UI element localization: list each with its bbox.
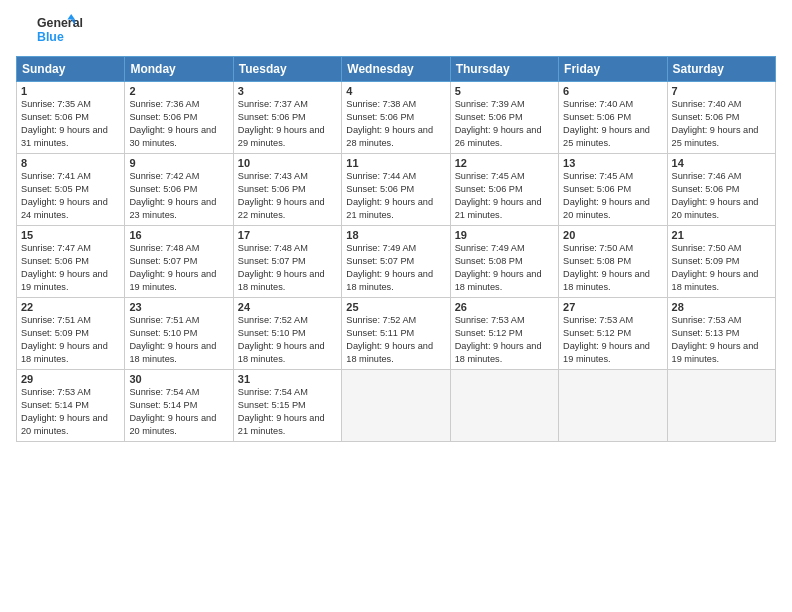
day-number: 2	[129, 85, 228, 97]
svg-text:Blue: Blue	[37, 30, 64, 44]
calendar-cell: 30 Sunrise: 7:54 AMSunset: 5:14 PMDaylig…	[125, 370, 233, 442]
day-number: 14	[672, 157, 771, 169]
day-info: Sunrise: 7:43 AMSunset: 5:06 PMDaylight:…	[238, 170, 337, 222]
day-info: Sunrise: 7:53 AMSunset: 5:14 PMDaylight:…	[21, 386, 120, 438]
day-info: Sunrise: 7:53 AMSunset: 5:12 PMDaylight:…	[455, 314, 554, 366]
day-number: 6	[563, 85, 662, 97]
day-number: 13	[563, 157, 662, 169]
day-header-sunday: Sunday	[17, 57, 125, 82]
calendar-cell: 24 Sunrise: 7:52 AMSunset: 5:10 PMDaylig…	[233, 298, 341, 370]
calendar-cell: 21 Sunrise: 7:50 AMSunset: 5:09 PMDaylig…	[667, 226, 775, 298]
calendar-cell: 20 Sunrise: 7:50 AMSunset: 5:08 PMDaylig…	[559, 226, 667, 298]
day-number: 20	[563, 229, 662, 241]
day-info: Sunrise: 7:49 AMSunset: 5:07 PMDaylight:…	[346, 242, 445, 294]
calendar-cell	[450, 370, 558, 442]
day-number: 21	[672, 229, 771, 241]
day-info: Sunrise: 7:53 AMSunset: 5:13 PMDaylight:…	[672, 314, 771, 366]
day-number: 12	[455, 157, 554, 169]
calendar-cell: 4 Sunrise: 7:38 AMSunset: 5:06 PMDayligh…	[342, 82, 450, 154]
logo-icon: General Blue	[16, 12, 96, 50]
calendar-cell: 13 Sunrise: 7:45 AMSunset: 5:06 PMDaylig…	[559, 154, 667, 226]
day-info: Sunrise: 7:35 AMSunset: 5:06 PMDaylight:…	[21, 98, 120, 150]
day-number: 16	[129, 229, 228, 241]
calendar-cell: 16 Sunrise: 7:48 AMSunset: 5:07 PMDaylig…	[125, 226, 233, 298]
day-number: 28	[672, 301, 771, 313]
day-info: Sunrise: 7:46 AMSunset: 5:06 PMDaylight:…	[672, 170, 771, 222]
day-header-wednesday: Wednesday	[342, 57, 450, 82]
calendar-cell: 12 Sunrise: 7:45 AMSunset: 5:06 PMDaylig…	[450, 154, 558, 226]
day-info: Sunrise: 7:36 AMSunset: 5:06 PMDaylight:…	[129, 98, 228, 150]
calendar-cell: 6 Sunrise: 7:40 AMSunset: 5:06 PMDayligh…	[559, 82, 667, 154]
calendar-cell: 18 Sunrise: 7:49 AMSunset: 5:07 PMDaylig…	[342, 226, 450, 298]
calendar-cell: 2 Sunrise: 7:36 AMSunset: 5:06 PMDayligh…	[125, 82, 233, 154]
calendar-week: 29 Sunrise: 7:53 AMSunset: 5:14 PMDaylig…	[17, 370, 776, 442]
day-header-saturday: Saturday	[667, 57, 775, 82]
day-number: 3	[238, 85, 337, 97]
calendar-cell: 31 Sunrise: 7:54 AMSunset: 5:15 PMDaylig…	[233, 370, 341, 442]
calendar-cell: 11 Sunrise: 7:44 AMSunset: 5:06 PMDaylig…	[342, 154, 450, 226]
day-info: Sunrise: 7:40 AMSunset: 5:06 PMDaylight:…	[563, 98, 662, 150]
day-number: 27	[563, 301, 662, 313]
calendar-week: 22 Sunrise: 7:51 AMSunset: 5:09 PMDaylig…	[17, 298, 776, 370]
day-info: Sunrise: 7:51 AMSunset: 5:09 PMDaylight:…	[21, 314, 120, 366]
day-header-tuesday: Tuesday	[233, 57, 341, 82]
calendar-container: General Blue SundayMondayTuesdayWednesda…	[0, 0, 792, 612]
svg-text:General: General	[37, 16, 83, 30]
day-info: Sunrise: 7:37 AMSunset: 5:06 PMDaylight:…	[238, 98, 337, 150]
day-number: 23	[129, 301, 228, 313]
calendar-cell	[559, 370, 667, 442]
calendar-cell: 29 Sunrise: 7:53 AMSunset: 5:14 PMDaylig…	[17, 370, 125, 442]
day-header-thursday: Thursday	[450, 57, 558, 82]
calendar-cell: 14 Sunrise: 7:46 AMSunset: 5:06 PMDaylig…	[667, 154, 775, 226]
calendar-cell: 15 Sunrise: 7:47 AMSunset: 5:06 PMDaylig…	[17, 226, 125, 298]
calendar-cell: 3 Sunrise: 7:37 AMSunset: 5:06 PMDayligh…	[233, 82, 341, 154]
calendar-cell: 26 Sunrise: 7:53 AMSunset: 5:12 PMDaylig…	[450, 298, 558, 370]
logo: General Blue	[16, 12, 96, 50]
calendar-cell: 17 Sunrise: 7:48 AMSunset: 5:07 PMDaylig…	[233, 226, 341, 298]
day-info: Sunrise: 7:50 AMSunset: 5:08 PMDaylight:…	[563, 242, 662, 294]
day-number: 26	[455, 301, 554, 313]
day-info: Sunrise: 7:54 AMSunset: 5:15 PMDaylight:…	[238, 386, 337, 438]
day-number: 9	[129, 157, 228, 169]
day-number: 25	[346, 301, 445, 313]
day-info: Sunrise: 7:47 AMSunset: 5:06 PMDaylight:…	[21, 242, 120, 294]
calendar-cell: 27 Sunrise: 7:53 AMSunset: 5:12 PMDaylig…	[559, 298, 667, 370]
day-headers: SundayMondayTuesdayWednesdayThursdayFrid…	[17, 57, 776, 82]
day-number: 24	[238, 301, 337, 313]
day-number: 4	[346, 85, 445, 97]
calendar-cell: 7 Sunrise: 7:40 AMSunset: 5:06 PMDayligh…	[667, 82, 775, 154]
day-number: 1	[21, 85, 120, 97]
day-info: Sunrise: 7:38 AMSunset: 5:06 PMDaylight:…	[346, 98, 445, 150]
day-info: Sunrise: 7:48 AMSunset: 5:07 PMDaylight:…	[238, 242, 337, 294]
day-number: 7	[672, 85, 771, 97]
header: General Blue	[16, 12, 776, 50]
day-number: 18	[346, 229, 445, 241]
day-info: Sunrise: 7:42 AMSunset: 5:06 PMDaylight:…	[129, 170, 228, 222]
calendar-cell: 8 Sunrise: 7:41 AMSunset: 5:05 PMDayligh…	[17, 154, 125, 226]
day-number: 17	[238, 229, 337, 241]
day-info: Sunrise: 7:52 AMSunset: 5:10 PMDaylight:…	[238, 314, 337, 366]
day-header-friday: Friday	[559, 57, 667, 82]
calendar-cell: 22 Sunrise: 7:51 AMSunset: 5:09 PMDaylig…	[17, 298, 125, 370]
day-number: 11	[346, 157, 445, 169]
day-info: Sunrise: 7:52 AMSunset: 5:11 PMDaylight:…	[346, 314, 445, 366]
day-number: 15	[21, 229, 120, 241]
day-info: Sunrise: 7:41 AMSunset: 5:05 PMDaylight:…	[21, 170, 120, 222]
calendar-cell: 5 Sunrise: 7:39 AMSunset: 5:06 PMDayligh…	[450, 82, 558, 154]
day-number: 29	[21, 373, 120, 385]
day-number: 30	[129, 373, 228, 385]
day-info: Sunrise: 7:48 AMSunset: 5:07 PMDaylight:…	[129, 242, 228, 294]
calendar-week: 15 Sunrise: 7:47 AMSunset: 5:06 PMDaylig…	[17, 226, 776, 298]
day-info: Sunrise: 7:54 AMSunset: 5:14 PMDaylight:…	[129, 386, 228, 438]
calendar-cell: 19 Sunrise: 7:49 AMSunset: 5:08 PMDaylig…	[450, 226, 558, 298]
calendar-cell: 1 Sunrise: 7:35 AMSunset: 5:06 PMDayligh…	[17, 82, 125, 154]
calendar-cell: 10 Sunrise: 7:43 AMSunset: 5:06 PMDaylig…	[233, 154, 341, 226]
calendar-cell: 25 Sunrise: 7:52 AMSunset: 5:11 PMDaylig…	[342, 298, 450, 370]
day-number: 8	[21, 157, 120, 169]
day-number: 10	[238, 157, 337, 169]
calendar-table: SundayMondayTuesdayWednesdayThursdayFrid…	[16, 56, 776, 442]
calendar-cell	[342, 370, 450, 442]
day-number: 31	[238, 373, 337, 385]
calendar-cell: 28 Sunrise: 7:53 AMSunset: 5:13 PMDaylig…	[667, 298, 775, 370]
day-info: Sunrise: 7:40 AMSunset: 5:06 PMDaylight:…	[672, 98, 771, 150]
